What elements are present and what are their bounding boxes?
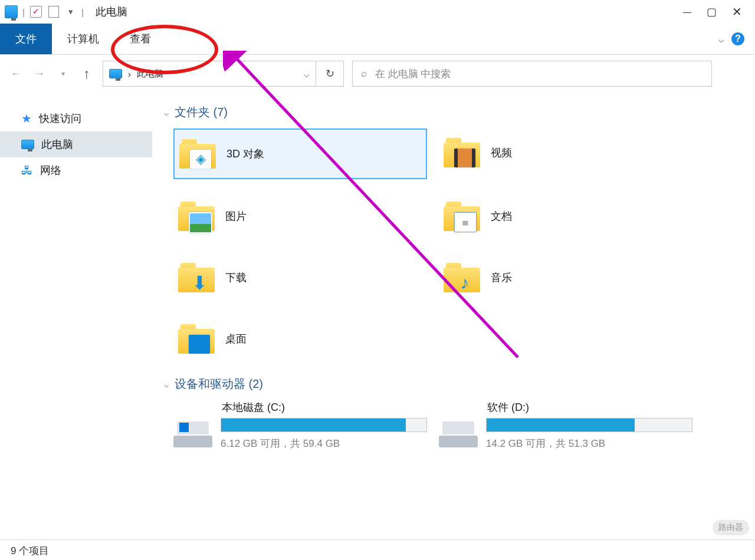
folder-videos[interactable]: 视频 xyxy=(439,129,692,177)
forward-button[interactable]: → xyxy=(32,68,47,80)
folder-label: 视频 xyxy=(491,146,512,160)
search-input[interactable]: ⌕ 在 此电脑 中搜索 xyxy=(352,61,712,87)
drive-d[interactable]: 软件 (D:) 14.2 GB 可用，共 51.3 GB xyxy=(439,400,692,450)
drive-usage-bar xyxy=(221,418,427,432)
sidebar-item-label: 此电脑 xyxy=(41,137,73,151)
folder-label: 桌面 xyxy=(225,332,247,346)
document-icon[interactable] xyxy=(47,6,60,18)
close-button[interactable]: ✕ xyxy=(732,5,742,19)
refresh-button[interactable]: ↻ xyxy=(316,61,344,87)
addr-dropdown-icon[interactable]: ⌵ xyxy=(304,68,310,80)
monitor-icon xyxy=(21,139,34,150)
drive-name: 本地磁盘 (C:) xyxy=(222,400,427,414)
drive-usage-fill xyxy=(221,419,406,431)
address-bar[interactable]: › 此电脑 ⌵ xyxy=(103,61,316,87)
sidebar-item-label: 网络 xyxy=(40,163,61,177)
search-placeholder: 在 此电脑 中搜索 xyxy=(375,67,451,81)
checkbox-icon[interactable]: ✓ xyxy=(29,6,42,18)
drive-usage-fill xyxy=(487,419,635,431)
title-bar: | ✓ ▾ | 此电脑 — ▢ ✕ xyxy=(0,0,755,24)
history-dropdown-icon[interactable]: ▾ xyxy=(55,70,71,78)
chevron-down-icon: ⌵ xyxy=(164,380,169,389)
window-title: 此电脑 xyxy=(96,5,127,19)
star-icon: ★ xyxy=(21,111,32,126)
watermark: 路由器 xyxy=(713,520,749,535)
folder-label: 音乐 xyxy=(491,271,512,285)
group-header-devices[interactable]: ⌵ 设备和驱动器 (2) xyxy=(164,376,743,392)
folder-downloads[interactable]: ⬇ 下载 xyxy=(173,253,427,302)
group-header-folders[interactable]: ⌵ 文件夹 (7) xyxy=(164,104,743,120)
folder-music[interactable]: ♪ 音乐 xyxy=(439,253,692,302)
drive-name: 软件 (D:) xyxy=(487,400,692,414)
chevron-down-icon: ⌵ xyxy=(164,108,169,117)
drive-usage-bar xyxy=(486,418,692,432)
qat-dropdown-icon[interactable]: ▾ xyxy=(68,6,73,17)
nav-toolbar: ← → ▾ ↑ › 此电脑 ⌵ ↻ ⌕ 在 此电脑 中搜索 xyxy=(0,55,755,93)
folder-documents[interactable]: ≣ 文档 xyxy=(439,192,692,241)
folder-desktop[interactable]: 桌面 xyxy=(173,315,427,363)
folder-icon: ◈ xyxy=(179,139,216,169)
folder-icon xyxy=(444,138,480,167)
status-item-count: 9 个项目 xyxy=(11,544,49,558)
folder-label: 3D 对象 xyxy=(226,147,264,161)
maximize-button[interactable]: ▢ xyxy=(707,5,717,18)
tab-view[interactable]: 查看 xyxy=(114,24,166,54)
drive-usage-text: 14.2 GB 可用，共 51.3 GB xyxy=(486,437,692,450)
network-icon: 🖧 xyxy=(21,164,33,177)
sidebar-item-quick-access[interactable]: ★ 快速访问 xyxy=(0,106,152,131)
group-header-label: 设备和驱动器 (2) xyxy=(175,376,263,392)
folder-icon: ⬇ xyxy=(178,263,215,292)
nav-pane: ★ 快速访问 此电脑 🖧 网络 xyxy=(0,93,152,539)
sidebar-item-label: 快速访问 xyxy=(39,111,81,126)
drive-c[interactable]: 本地磁盘 (C:) 6.12 GB 可用，共 59.4 GB xyxy=(173,400,427,450)
content-pane: ⌵ 文件夹 (7) ◈ 3D 对象 视频 图片 ≣ 文档 ⬇ 下载 xyxy=(152,93,755,539)
location-monitor-icon xyxy=(109,68,122,80)
ribbon-tabs: 文件 计算机 查看 ⌵ ? xyxy=(0,24,755,55)
folder-icon xyxy=(178,324,215,354)
sidebar-item-network[interactable]: 🖧 网络 xyxy=(0,157,152,183)
up-button[interactable]: ↑ xyxy=(79,65,94,82)
drive-icon xyxy=(439,421,478,447)
drive-usage-text: 6.12 GB 可用，共 59.4 GB xyxy=(221,437,427,450)
folder-icon xyxy=(178,202,215,231)
folder-pictures[interactable]: 图片 xyxy=(173,192,427,241)
breadcrumb-separator: › xyxy=(128,69,131,79)
back-button[interactable]: ← xyxy=(8,68,24,80)
sidebar-item-this-pc[interactable]: 此电脑 xyxy=(0,131,152,157)
breadcrumb-location[interactable]: 此电脑 xyxy=(137,68,163,80)
folder-label: 下载 xyxy=(225,271,247,285)
tab-computer[interactable]: 计算机 xyxy=(52,24,114,54)
search-icon: ⌕ xyxy=(361,68,367,80)
monitor-icon xyxy=(5,6,18,18)
folder-label: 图片 xyxy=(225,209,247,223)
folder-label: 文档 xyxy=(491,209,512,223)
help-icon[interactable]: ? xyxy=(731,32,744,45)
ribbon-collapse-icon[interactable]: ⌵ xyxy=(718,34,724,45)
folder-3d-objects[interactable]: ◈ 3D 对象 xyxy=(173,129,427,179)
minimize-button[interactable]: — xyxy=(683,7,691,17)
folder-icon: ≣ xyxy=(444,202,480,231)
status-bar: 9 个项目 xyxy=(0,539,755,560)
folder-icon: ♪ xyxy=(444,263,480,292)
drive-icon xyxy=(173,421,212,447)
group-header-label: 文件夹 (7) xyxy=(175,104,228,120)
quick-access-toolbar: | ✓ ▾ | 此电脑 xyxy=(5,5,127,19)
tab-file[interactable]: 文件 xyxy=(0,24,52,54)
